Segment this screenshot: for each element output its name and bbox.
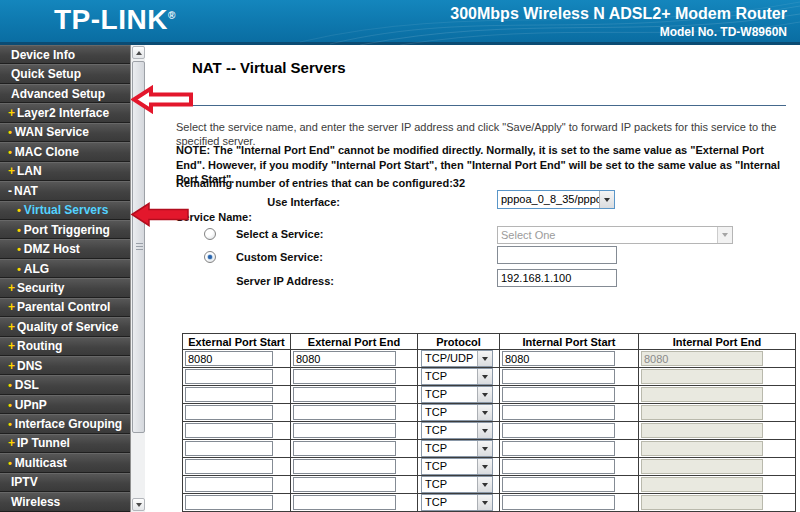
sidebar-item-multicast[interactable]: •Multicast <box>0 453 130 472</box>
external-port-start-input[interactable] <box>185 351 273 366</box>
sidebar-item-quick-setup[interactable]: Quick Setup <box>0 64 130 83</box>
external-port-start-input[interactable] <box>185 405 273 420</box>
sidebar-item-ip-tunnel[interactable]: +IP Tunnel <box>0 434 130 453</box>
external-port-end-input[interactable] <box>293 495 396 510</box>
protocol-select[interactable]: TCP <box>421 458 493 475</box>
sidebar-item-iptv[interactable]: IPTV <box>0 473 130 492</box>
table-cell <box>639 386 796 404</box>
internal-port-start-input[interactable] <box>502 405 615 420</box>
sidebar-item-wireless[interactable]: Wireless <box>0 492 130 511</box>
external-port-start-input[interactable] <box>185 459 273 474</box>
sidebar-item-alg[interactable]: •ALG <box>0 259 130 278</box>
internal-port-start-input[interactable] <box>502 351 615 366</box>
protocol-select[interactable]: TCP <box>421 404 493 421</box>
protocol-select[interactable]: TCP <box>421 494 493 511</box>
table-cell <box>639 458 796 476</box>
use-interface-select[interactable]: pppoa_0_8_35/pppoa0 <box>497 190 615 209</box>
external-port-end-input[interactable] <box>293 477 396 492</box>
internal-port-end-input <box>641 459 763 474</box>
select-service-value: Select One <box>498 227 717 243</box>
external-port-end-input[interactable] <box>293 405 396 420</box>
external-port-start-input[interactable] <box>185 387 273 402</box>
table-cell <box>639 368 796 386</box>
custom-service-radio[interactable] <box>204 251 216 263</box>
sidebar-scrollbar[interactable] <box>130 45 145 512</box>
chevron-down-icon <box>477 387 492 402</box>
sidebar-item-dns[interactable]: +DNS <box>0 356 130 375</box>
external-port-end-input[interactable] <box>293 459 396 474</box>
sidebar-item-quality-of-service[interactable]: +Quality of Service <box>0 317 130 336</box>
sidebar-item-port-triggering[interactable]: •Port Triggering <box>0 220 130 239</box>
table-cell: TCP <box>418 476 500 494</box>
sidebar-item-advanced-setup[interactable]: Advanced Setup <box>0 84 130 103</box>
protocol-select[interactable]: TCP <box>421 440 493 457</box>
model-number: Model No. TD-W8960N <box>450 24 787 40</box>
sidebar-item-routing[interactable]: +Routing <box>0 337 130 356</box>
menu-marker-icon: • <box>17 263 21 275</box>
sidebar-item-label: IP Tunnel <box>17 436 70 450</box>
select-service-radio[interactable] <box>204 228 216 240</box>
internal-port-start-input[interactable] <box>502 477 615 492</box>
scroll-down-button[interactable] <box>132 498 145 511</box>
protocol-select[interactable]: TCP <box>421 422 493 439</box>
scrollbar-thumb[interactable] <box>132 61 145 433</box>
sidebar-item-dsl[interactable]: •DSL <box>0 375 130 394</box>
sidebar-item-parental-control[interactable]: +Parental Control <box>0 298 130 317</box>
chevron-down-icon <box>477 423 492 438</box>
external-port-end-input[interactable] <box>293 387 396 402</box>
menu-marker-icon: + <box>8 164 15 178</box>
protocol-select[interactable]: TCP <box>421 476 493 493</box>
internal-port-start-input[interactable] <box>502 369 615 384</box>
external-port-end-input[interactable] <box>293 369 396 384</box>
sidebar-item-device-info[interactable]: Device Info <box>0 45 130 64</box>
sidebar-item-virtual-servers[interactable]: •Virtual Servers <box>0 201 130 220</box>
scroll-up-button[interactable] <box>132 46 145 59</box>
sidebar-item-lan[interactable]: +LAN <box>0 162 130 181</box>
sidebar-item-label: Quality of Service <box>17 320 118 334</box>
menu-marker-icon: + <box>8 106 15 120</box>
internal-port-start-input[interactable] <box>502 459 615 474</box>
sidebar-item-label: DSL <box>15 378 39 392</box>
protocol-select[interactable]: TCP/UDP <box>421 350 493 367</box>
chevron-down-icon <box>477 405 492 420</box>
external-port-end-input[interactable] <box>293 441 396 456</box>
internal-port-start-input[interactable] <box>502 423 615 438</box>
table-cell: TCP <box>418 368 500 386</box>
menu-marker-icon: • <box>8 457 12 469</box>
protocol-select[interactable]: TCP <box>421 368 493 385</box>
custom-service-input[interactable] <box>497 246 617 264</box>
external-port-end-input[interactable] <box>293 423 396 438</box>
sidebar-item-mac-clone[interactable]: •MAC Clone <box>0 142 130 161</box>
internal-port-start-input[interactable] <box>502 495 615 510</box>
select-service-dropdown[interactable]: Select One <box>497 226 733 244</box>
table-cell: TCP <box>418 440 500 458</box>
menu-marker-icon: + <box>8 339 15 353</box>
external-port-start-input[interactable] <box>185 369 273 384</box>
table-cell <box>183 368 291 386</box>
internal-port-end-input <box>641 441 763 456</box>
protocol-value: TCP <box>422 387 477 402</box>
sidebar-item-security[interactable]: +Security <box>0 278 130 297</box>
sidebar-item-upnp[interactable]: •UPnP <box>0 395 130 414</box>
external-port-start-input[interactable] <box>185 441 273 456</box>
chevron-down-icon <box>477 459 492 474</box>
external-port-start-input[interactable] <box>185 495 273 510</box>
server-ip-input[interactable] <box>497 269 617 287</box>
internal-port-start-input[interactable] <box>502 387 615 402</box>
external-port-start-input[interactable] <box>185 423 273 438</box>
protocol-value: TCP <box>422 477 477 492</box>
sidebar-item-wan-service[interactable]: •WAN Service <box>0 123 130 142</box>
sidebar-item-label: Parental Control <box>17 300 110 314</box>
external-port-start-input[interactable] <box>185 477 273 492</box>
menu-marker-icon: • <box>8 146 12 158</box>
sidebar-item-nat[interactable]: -NAT <box>0 181 130 200</box>
external-port-end-input[interactable] <box>293 351 396 366</box>
protocol-select[interactable]: TCP <box>421 386 493 403</box>
sidebar-item-layer2-interface[interactable]: +Layer2 Interface <box>0 103 130 122</box>
table-cell <box>500 440 639 458</box>
sidebar-item-label: Device Info <box>11 48 75 62</box>
sidebar-item-dmz-host[interactable]: •DMZ Host <box>0 239 130 258</box>
chevron-down-icon <box>477 351 492 366</box>
internal-port-start-input[interactable] <box>502 441 615 456</box>
sidebar-item-interface-grouping[interactable]: •Interface Grouping <box>0 414 130 433</box>
